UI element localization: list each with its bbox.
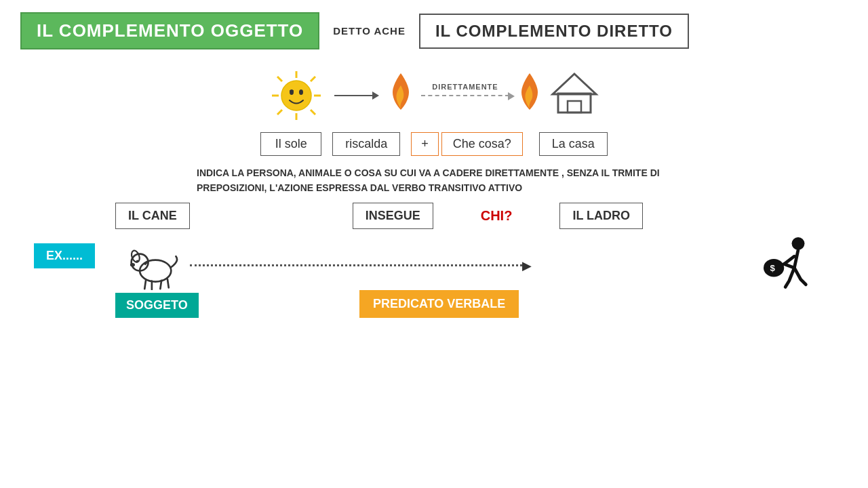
chi-label: CHI?: [481, 208, 513, 224]
house-icon: [550, 70, 599, 121]
description-line1: INDICA LA PERSONA, ANIMALE O COSA SU CUI…: [197, 167, 660, 178]
diagram-labels-row: Il sole riscalda + Che cosa? La casa: [260, 132, 608, 156]
casa-label: La casa: [539, 132, 608, 156]
svg-point-18: [136, 260, 139, 262]
description-line2: PREPOSIZIONI, L'AZIONE ESPRESSA DAL VERB…: [197, 182, 522, 193]
svg-point-19: [130, 263, 135, 266]
svg-line-5: [311, 110, 315, 115]
example-content: IL CANE INSEGUE CHI? IL LADRO: [115, 203, 868, 318]
svg-point-25: [792, 237, 805, 250]
svg-text:$: $: [770, 263, 775, 273]
plus-box: +: [411, 132, 439, 156]
direttamente-label: DIRETTAMENTE: [432, 83, 498, 91]
svg-point-8: [281, 81, 311, 110]
description: INDICA LA PERSONA, ANIMALE O COSA SU CUI…: [156, 165, 712, 196]
svg-point-10: [299, 89, 303, 95]
svg-rect-13: [558, 94, 591, 113]
svg-line-22: [161, 281, 162, 289]
insegue-box: INSEGUE: [353, 203, 433, 229]
header: IL COMPLEMENTO OGGETTO DETTO ACHE IL COM…: [0, 0, 868, 62]
dashed-arrow-container: DIRETTAMENTE: [421, 95, 509, 96]
sun-icon: [269, 68, 323, 123]
che-cosa-box: Che cosa?: [441, 132, 523, 156]
svg-point-9: [290, 89, 294, 95]
icons-row: SOGGETO PREDICATO VERBALE $: [115, 236, 868, 318]
svg-rect-14: [568, 101, 581, 113]
svg-line-6: [311, 77, 315, 81]
solid-arrow: [329, 95, 380, 96]
main-title: IL COMPLEMENTO OGGETTO: [20, 12, 319, 49]
svg-marker-12: [553, 74, 596, 94]
thief-icon: $: [760, 236, 814, 293]
dotted-arrow: [190, 264, 522, 266]
svg-line-23: [167, 279, 169, 287]
complemento-diretto-title: IL COMPLEMENTO DIRETTO: [419, 14, 689, 49]
il-ladro-box: IL LADRO: [559, 203, 643, 229]
sole-label: Il sole: [260, 132, 321, 156]
svg-line-20: [145, 281, 146, 289]
diagram-section: DIRETTAMENTE Il sole riscalda: [0, 68, 868, 156]
flame-icon-2: [515, 72, 545, 119]
dog-area: SOGGETO: [115, 236, 199, 318]
predicato-label: PREDICATO VERBALE: [359, 290, 519, 318]
detto-ache-label: DETTO ACHE: [333, 25, 406, 37]
thief-area: $: [760, 236, 814, 296]
soggeto-label: SOGGETO: [115, 293, 199, 318]
svg-line-4: [277, 77, 282, 81]
diagram-icons-row: DIRETTAMENTE: [269, 68, 599, 123]
il-cane-box: IL CANE: [115, 203, 190, 229]
svg-point-15: [140, 260, 171, 281]
riscalda-label: riscalda: [332, 132, 400, 156]
dog-icon: [126, 236, 187, 290]
flame-icon-1: [386, 72, 416, 119]
svg-line-7: [277, 110, 282, 115]
example-section: EX...... IL CANE INSEGUE CHI? IL LADRO: [0, 203, 868, 318]
example-boxes-row: IL CANE INSEGUE CHI? IL LADRO: [115, 203, 868, 229]
ex-label: EX......: [34, 243, 95, 268]
